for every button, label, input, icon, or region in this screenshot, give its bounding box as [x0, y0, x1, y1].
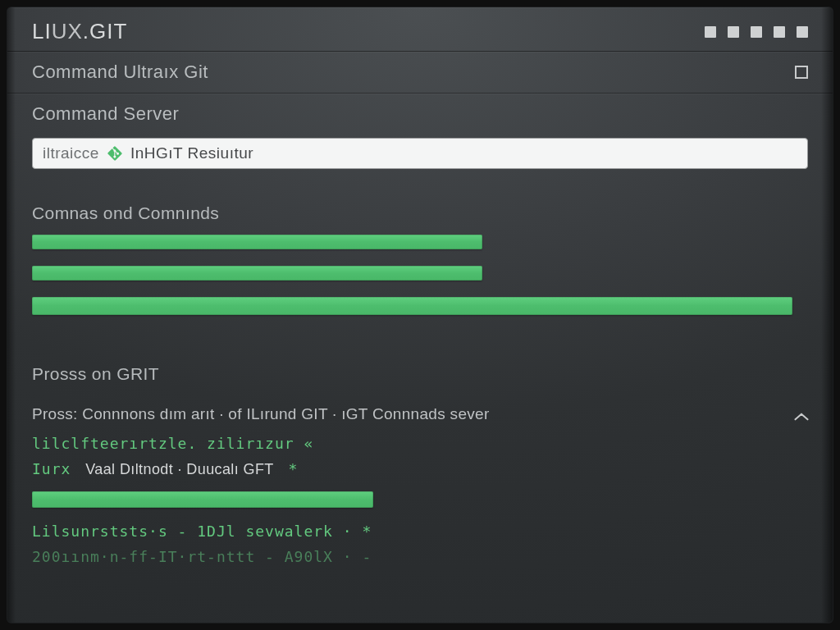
terminal-line-4-text: 200ıınm·n-ff-IT·rt-nttt - A90lX · -	[32, 548, 372, 565]
terminal-line-2-prefix: Iurx	[32, 460, 71, 477]
terminal-line-1-text: lilclfteerırtzle. zilirızur «	[32, 435, 313, 452]
progress-bar-2-fill	[32, 266, 482, 281]
title-seg-2: UX	[52, 19, 83, 43]
terminal-line-2-suffix: *	[289, 460, 299, 477]
window-button-3[interactable]	[751, 26, 762, 38]
command-input-text: InHGıT Resiuıtur	[130, 144, 253, 162]
section-command-git: Command Ultraıx Git	[7, 51, 833, 93]
window-button-5[interactable]	[797, 26, 808, 38]
window-button-1[interactable]	[705, 26, 716, 38]
terminal-line-2-mid: Vaal Dıltnodt · Duucalı GFT	[85, 461, 274, 477]
progress-bar-3-fill	[32, 297, 792, 315]
section-command-git-label: Command Ultraıx Git	[32, 62, 208, 83]
close-icon[interactable]	[795, 66, 808, 79]
section-command-server-label: Command Server	[32, 103, 179, 125]
app-title: LIUX.GIT	[32, 19, 127, 44]
app-window: LIUX.GIT Command Ultraıx Git Command Ser…	[7, 7, 833, 623]
command-input-prefix: iltraicce	[43, 144, 99, 162]
terminal-line-1: lilclfteerırtzle. zilirızur «	[32, 435, 808, 452]
chevron-up-icon[interactable]	[793, 409, 808, 420]
title-seg-1: LI	[32, 19, 52, 43]
command-input[interactable]: iltraicce InHGıT Resiuıtur	[32, 138, 808, 169]
section-command-server: Command Server	[7, 93, 833, 135]
process-summary-text: Pross: Connnons dım arıt · of ILırund GI…	[32, 405, 490, 423]
terminal-line-4: 200ıınm·n-ff-IT·rt-nttt - A90lX · -	[32, 548, 808, 565]
process-progress-bar	[32, 491, 373, 508]
title-dot: .	[83, 19, 89, 43]
terminal-line-2: Iurx Vaal Dıltnodt · Duucalı GFT *	[32, 460, 808, 478]
progress-bar-1-fill	[32, 235, 482, 249]
command-input-wrap: iltraicce InHGıT Resiuıtur	[7, 135, 833, 184]
progress-bar-3	[32, 297, 808, 315]
window-button-4[interactable]	[774, 26, 785, 38]
window-button-2[interactable]	[728, 26, 739, 38]
terminal-line-3-text: Lilsunrststs·s - 1DJl sevwalerk · *	[32, 523, 372, 540]
progress-bar-2	[32, 266, 808, 281]
process-heading: Prosss on GRIT	[32, 364, 808, 384]
process-section: Prosss on GRIT Pross: Connnons dım arıt …	[7, 340, 833, 565]
git-icon	[107, 146, 122, 161]
titlebar: LIUX.GIT	[7, 7, 833, 51]
commands-heading: Comnas ond Comnınds	[32, 203, 808, 223]
commands-section: Comnas ond Comnınds	[7, 184, 833, 340]
process-progress-wrap	[32, 486, 808, 518]
title-seg-3: GIT	[89, 19, 127, 43]
terminal-line-3: Lilsunrststs·s - 1DJl sevwalerk · *	[32, 523, 808, 540]
progress-bar-1	[32, 235, 808, 249]
window-controls	[705, 26, 808, 38]
process-summary-line: Pross: Connnons dım arıt · of ILırund GI…	[32, 405, 808, 423]
